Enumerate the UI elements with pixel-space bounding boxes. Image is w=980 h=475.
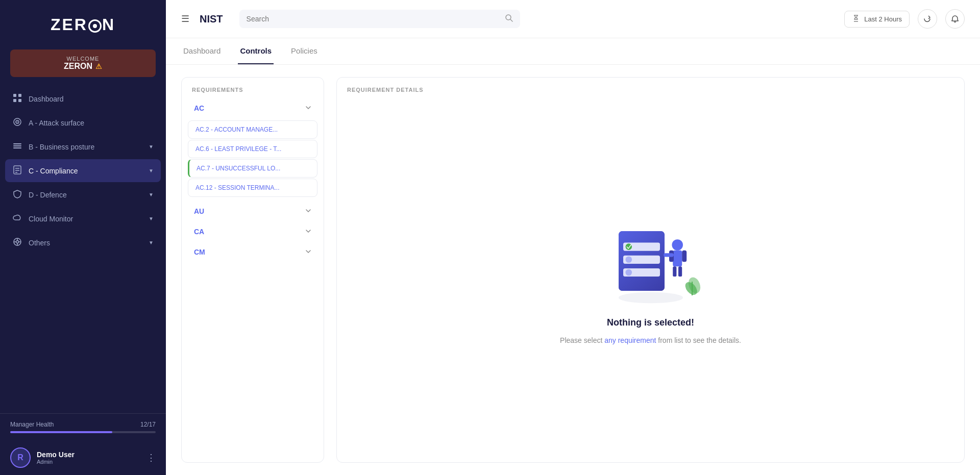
- req-item-label-ac6: AC.6 - LEAST PRIVILEGE - T...: [195, 145, 310, 153]
- svg-rect-3: [18, 99, 21, 102]
- manager-health-value: 12/17: [140, 421, 156, 428]
- manager-health-bar-fill: [10, 431, 112, 433]
- user-footer: R Demo User Admin ⋮: [0, 440, 166, 475]
- sidebar-item-compliance[interactable]: C - Compliance ▼: [5, 159, 161, 182]
- sidebar-item-label-cloud: Cloud Monitor: [29, 215, 142, 223]
- svg-rect-9: [13, 147, 21, 148]
- user-welcome-label: WELCOME: [18, 56, 148, 62]
- req-section-label-ca: CA: [194, 228, 204, 236]
- user-display-name: Demo User: [37, 451, 140, 459]
- defence-icon: [12, 189, 22, 200]
- sidebar-item-label-dashboard: Dashboard: [29, 95, 154, 103]
- empty-subtitle-after: from list to see the details.: [656, 336, 741, 344]
- sidebar-item-others[interactable]: Others ▼: [5, 231, 161, 254]
- req-items-ac: AC.2 - ACCOUNT MANAGE... AC.6 - LEAST PR…: [188, 117, 317, 200]
- empty-state: Nothing is selected! Please select any r…: [337, 99, 964, 462]
- cloud-chevron-icon: ▼: [149, 216, 154, 221]
- warning-icon: ⚠: [95, 62, 102, 70]
- req-section-header-ca[interactable]: CA: [188, 222, 317, 241]
- req-section-label-ac: AC: [194, 104, 204, 112]
- hourglass-icon: [852, 14, 860, 24]
- user-name-display: ZERON ⚠: [18, 62, 148, 71]
- logo-area: ZER N: [0, 0, 166, 44]
- cloud-monitor-icon: [12, 213, 22, 224]
- user-role: Admin: [37, 459, 140, 465]
- svg-line-21: [510, 19, 512, 21]
- sidebar-item-dashboard[interactable]: Dashboard: [5, 87, 161, 110]
- svg-rect-36: [673, 266, 676, 277]
- svg-rect-2: [13, 99, 16, 102]
- svg-point-23: [619, 292, 683, 303]
- sidebar-item-label-others: Others: [29, 239, 142, 247]
- sidebar-item-label-compliance: C - Compliance: [29, 167, 142, 175]
- svg-rect-7: [13, 143, 21, 144]
- svg-point-31: [625, 269, 632, 276]
- attack-surface-icon: [12, 117, 22, 128]
- header-title: NIST: [200, 13, 223, 25]
- business-posture-icon: [12, 141, 22, 152]
- svg-rect-33: [673, 250, 682, 266]
- svg-point-6: [17, 121, 18, 122]
- requirements-panel-title: REQUIREMENTS: [182, 78, 324, 99]
- requirements-list: AC AC.2 - ACCOUNT MANAGE... AC.6 - LEAST…: [182, 99, 324, 462]
- sidebar-item-label-attack: A - Attack surface: [29, 119, 154, 127]
- header: ☰ NIST Last 2 Hours: [166, 0, 980, 38]
- tab-controls[interactable]: Controls: [238, 38, 274, 64]
- svg-rect-0: [13, 94, 16, 97]
- svg-point-15: [16, 241, 19, 243]
- sidebar-item-label-business: B - Business posture: [29, 143, 142, 151]
- more-options-button[interactable]: ⋮: [146, 452, 156, 463]
- main-content: ☰ NIST Last 2 Hours Dashboard C: [166, 0, 980, 475]
- time-filter-button[interactable]: Last 2 Hours: [844, 11, 910, 28]
- compliance-chevron-icon: ▼: [149, 168, 154, 173]
- details-panel-title: REQUIREMENT DETAILS: [337, 78, 964, 99]
- req-section-header-ac[interactable]: AC: [188, 99, 317, 117]
- svg-point-29: [625, 243, 632, 250]
- empty-subtitle-highlight: any requirement: [604, 336, 656, 344]
- req-item-ac6[interactable]: AC.6 - LEAST PRIVILEGE - T...: [188, 140, 317, 158]
- svg-rect-8: [13, 145, 21, 146]
- req-item-ac12[interactable]: AC.12 - SESSION TERMINA...: [188, 179, 317, 197]
- refresh-button[interactable]: [918, 9, 937, 29]
- sidebar-item-cloud-monitor[interactable]: Cloud Monitor ▼: [5, 207, 161, 230]
- sidebar: ZER N WELCOME ZERON ⚠ Dashboard A - Atta…: [0, 0, 166, 475]
- req-section-cm: CM: [188, 243, 317, 261]
- sidebar-item-attack-surface[interactable]: A - Attack surface: [5, 111, 161, 134]
- req-section-chevron-au: [305, 207, 311, 215]
- dashboard-icon: [12, 93, 22, 104]
- business-chevron-icon: ▼: [149, 144, 154, 149]
- svg-rect-35: [682, 250, 687, 262]
- req-item-label-ac2: AC.2 - ACCOUNT MANAGE...: [195, 126, 310, 133]
- svg-rect-38: [664, 253, 674, 257]
- sidebar-item-business-posture[interactable]: B - Business posture ▼: [5, 135, 161, 158]
- header-right: Last 2 Hours: [844, 9, 965, 29]
- req-section-chevron-ac: [305, 104, 311, 112]
- req-section-label-au: AU: [194, 207, 204, 215]
- sidebar-item-defence[interactable]: D - Defence ▼: [5, 183, 161, 206]
- tab-policies[interactable]: Policies: [289, 38, 320, 64]
- notification-button[interactable]: [945, 9, 965, 29]
- search-input[interactable]: [247, 15, 501, 23]
- req-item-ac2[interactable]: AC.2 - ACCOUNT MANAGE...: [188, 120, 317, 139]
- req-item-label-ac12: AC.12 - SESSION TERMINA...: [195, 184, 310, 191]
- user-card: WELCOME ZERON ⚠: [10, 49, 156, 77]
- time-filter-label: Last 2 Hours: [864, 15, 902, 23]
- menu-toggle-button[interactable]: ☰: [181, 13, 189, 24]
- req-item-ac7[interactable]: AC.7 - UNSUCCESSFUL LO...: [188, 159, 317, 178]
- user-info: Demo User Admin: [37, 451, 140, 465]
- svg-rect-22: [854, 17, 858, 18]
- req-section-header-cm[interactable]: CM: [188, 243, 317, 261]
- svg-rect-1: [18, 94, 21, 97]
- req-section-au: AU: [188, 202, 317, 220]
- search-icon: [505, 14, 513, 24]
- avatar: R: [10, 447, 31, 468]
- content-area: REQUIREMENTS AC AC.2 - ACCOUNT MANAGE...: [166, 65, 980, 475]
- svg-rect-37: [678, 266, 682, 277]
- req-section-label-cm: CM: [194, 248, 205, 256]
- others-icon: [12, 237, 22, 248]
- manager-health: Manager Health 12/17: [0, 413, 166, 440]
- tab-dashboard[interactable]: Dashboard: [181, 38, 223, 64]
- req-section-header-au[interactable]: AU: [188, 202, 317, 220]
- details-panel: REQUIREMENT DETAILS: [336, 77, 965, 463]
- requirements-panel: REQUIREMENTS AC AC.2 - ACCOUNT MANAGE...: [181, 77, 324, 463]
